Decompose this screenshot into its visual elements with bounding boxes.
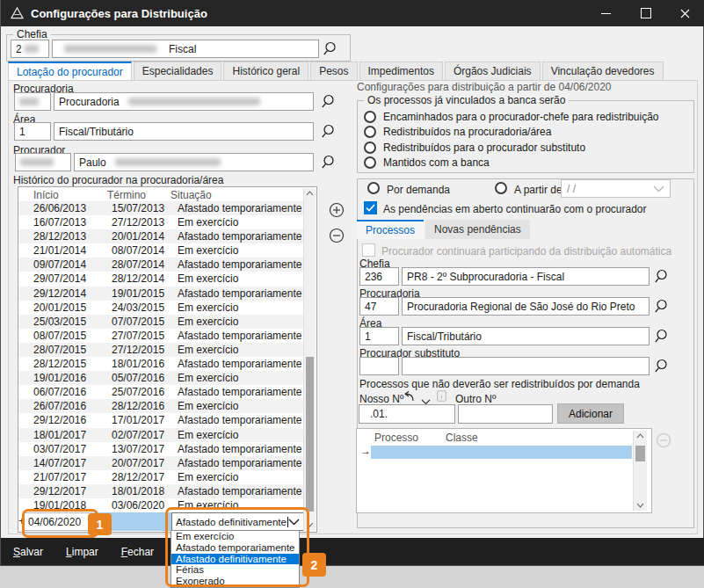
- search-icon[interactable]: [653, 268, 669, 284]
- scroll-down-icon[interactable]: [634, 503, 647, 508]
- undo-arrow-icon[interactable]: [403, 391, 415, 404]
- situacao-dropdown-list: Em exercícioAfastado temporariamenteAfas…: [171, 530, 300, 588]
- close-icon[interactable]: [665, 0, 704, 26]
- banca-option-row: Encaminhados para o procurador-chefe par…: [358, 109, 693, 125]
- fechar-button[interactable]: Fechar: [121, 546, 154, 558]
- search-icon[interactable]: [653, 298, 669, 314]
- auto-dist-checkbox[interactable]: [362, 243, 375, 257]
- tab-impedimentos[interactable]: Impedimentos: [359, 62, 443, 80]
- search-icon[interactable]: [320, 93, 336, 109]
- search-icon[interactable]: [653, 358, 669, 374]
- area2-code-field[interactable]: 1: [359, 327, 399, 345]
- radio-redistribuidos-para-o-procurador-substituto[interactable]: [364, 142, 376, 154]
- subtab-processos[interactable]: Processos: [357, 220, 424, 239]
- history-row[interactable]: 19/01/201605/07/2016Em exercício: [18, 371, 304, 385]
- chevron-down-icon[interactable]: [288, 519, 304, 526]
- scrollbar-thumb[interactable]: [635, 446, 645, 461]
- substituto-code-field[interactable]: [359, 357, 399, 375]
- history-row[interactable]: 28/12/201518/01/2016Afastado temporariam…: [18, 357, 304, 371]
- scroll-up-icon[interactable]: [304, 191, 316, 196]
- history-row[interactable]: 21/01/201408/07/2014Em exercício: [18, 243, 304, 258]
- procurador-name-field[interactable]: Paulo: [74, 153, 314, 171]
- history-scrollbar[interactable]: [303, 188, 316, 531]
- chefia-name-field[interactable]: PR8 - 2º Subprocuradoria - Fiscal: [402, 267, 650, 286]
- salvar-button[interactable]: Salvar: [13, 546, 43, 558]
- search-icon[interactable]: [320, 123, 336, 139]
- history-row[interactable]: 03/07/201713/07/2017Afastado temporariam…: [18, 442, 304, 456]
- history-row[interactable]: 28/07/201527/12/2015Em exercício: [18, 343, 304, 357]
- history-row[interactable]: 06/07/201625/07/2016Afastado temporariam…: [18, 385, 304, 399]
- tab-historico-geral[interactable]: Histórico geral: [223, 62, 308, 80]
- a-partir-de-date-field[interactable]: / /: [561, 179, 671, 198]
- scroll-up-icon[interactable]: [634, 433, 647, 439]
- area-name-field[interactable]: Fiscal/Tributário: [54, 122, 314, 141]
- history-row[interactable]: 09/07/201428/07/2014Afastado temporariam…: [18, 258, 304, 272]
- pendencias-checkbox[interactable]: [364, 201, 377, 214]
- dropdown-option-afastado-temporariamente[interactable]: Afastado temporariamente: [171, 542, 299, 554]
- dropdown-option-ferias[interactable]: Férias: [171, 564, 299, 576]
- tab-orgaos-judiciais[interactable]: Órgãos Judiciais: [445, 62, 541, 80]
- chevron-down-icon[interactable]: [653, 185, 664, 192]
- history-row[interactable]: 28/12/201320/01/2014Afastado temporariam…: [18, 229, 304, 243]
- search-icon[interactable]: [320, 154, 336, 170]
- nosso-numero-input[interactable]: .01.: [359, 404, 455, 424]
- selected-process-row[interactable]: [371, 446, 632, 459]
- chefia-top-code-field[interactable]: 2: [11, 40, 49, 58]
- area-code-field[interactable]: 1: [14, 122, 51, 141]
- search-icon[interactable]: [653, 328, 669, 344]
- history-row[interactable]: 26/07/201628/12/2016Em exercício: [18, 399, 304, 413]
- redacted-text: [20, 158, 54, 166]
- radio-por-demanda[interactable]: [367, 182, 380, 194]
- substituto-name-field[interactable]: [402, 357, 650, 375]
- history-label: Histórico do procurador na procuradoria/…: [13, 174, 223, 186]
- limpar-button[interactable]: Limpar: [66, 546, 98, 558]
- inicio-cell: 14/07/2017: [31, 456, 109, 470]
- history-row[interactable]: 26/06/201315/07/2013Afastado temporariam…: [18, 201, 304, 215]
- tab-pesos[interactable]: Pesos: [310, 62, 357, 80]
- history-row[interactable]: 14/07/201720/07/2017Afastado temporariam…: [18, 456, 304, 470]
- maximize-icon[interactable]: [626, 0, 665, 26]
- outro-numero-input[interactable]: [458, 404, 553, 424]
- tab-especialidades[interactable]: Especialidades: [134, 62, 222, 80]
- tab-vinculacao-devedores[interactable]: Vinculação devedores: [542, 62, 664, 80]
- dropdown-option-afastado-definitivamente[interactable]: Afastado definitivamente: [171, 554, 299, 565]
- history-row[interactable]: 19/01/201803/06/2020Em exercício: [18, 498, 304, 512]
- procuradoria-name-field[interactable]: Procuradoria: [54, 92, 314, 111]
- procuradoria2-name-field[interactable]: Procuradoria Regional de São José do Rio…: [402, 297, 650, 316]
- scrollbar-thumb[interactable]: [306, 357, 314, 512]
- procuradoria2-code-field[interactable]: 47: [359, 297, 399, 316]
- history-row[interactable]: 29/12/201718/01/2018Afastado temporariam…: [18, 484, 304, 498]
- scroll-down-icon[interactable]: [304, 522, 316, 527]
- tab-lotacao-do-procurador[interactable]: Lotação do procurador: [8, 62, 132, 80]
- history-row[interactable]: 18/01/201702/07/2017Em exercício: [18, 428, 304, 442]
- history-row[interactable]: 25/03/201507/07/2015Em exercício: [18, 315, 304, 329]
- adicionar-button[interactable]: Adicionar: [557, 403, 624, 424]
- procurador-code-field[interactable]: [15, 153, 71, 171]
- history-row[interactable]: 29/12/201419/01/2015Afastado temporariam…: [18, 287, 304, 301]
- history-row[interactable]: 29/07/201428/12/2014Em exercício: [18, 272, 304, 286]
- history-row[interactable]: 21/07/201728/12/2017Em exercício: [18, 470, 304, 484]
- history-row[interactable]: 08/07/201527/07/2015Afastado temporariam…: [18, 329, 304, 343]
- edit-inicio-cell[interactable]: 04/06/2020: [24, 512, 92, 531]
- radio-mantidos-com-a-banca[interactable]: [364, 156, 376, 169]
- chefia-top-name-field[interactable]: Fiscal: [52, 40, 319, 58]
- subtab-novas-pendencias[interactable]: Novas pendências: [425, 220, 530, 239]
- situacao-combobox[interactable]: Afastado definitivamente: [171, 512, 305, 531]
- history-row[interactable]: 29/12/201617/01/2017Afastado temporariam…: [18, 413, 304, 427]
- procuradoria-code-field[interactable]: [14, 92, 51, 111]
- dropdown-option-em-exercicio[interactable]: Em exercício: [171, 531, 299, 542]
- radio-a-partir-de[interactable]: [495, 182, 507, 194]
- minimize-icon[interactable]: [586, 0, 626, 26]
- radio-redistribuidos-na-procuradoria-area[interactable]: [364, 126, 376, 138]
- remove-history-button[interactable]: [328, 227, 345, 243]
- search-icon[interactable]: [322, 40, 337, 56]
- remove-processo-button[interactable]: [655, 432, 671, 448]
- history-row[interactable]: 20/01/201524/03/2015Em exercício: [18, 301, 304, 315]
- chefia-code-field[interactable]: 236: [359, 267, 399, 286]
- radio-encaminhados-para-o-procurador-chefe-para-redistribuicao[interactable]: [364, 111, 376, 123]
- history-row[interactable]: 16/07/201327/12/2013Em exercício: [18, 215, 304, 229]
- area2-name-field[interactable]: Fiscal/Tributário: [402, 327, 650, 345]
- dropdown-option-exonerado[interactable]: Exonerado: [171, 576, 299, 587]
- processos-scrollbar[interactable]: [633, 431, 647, 511]
- add-history-button[interactable]: [328, 201, 345, 218]
